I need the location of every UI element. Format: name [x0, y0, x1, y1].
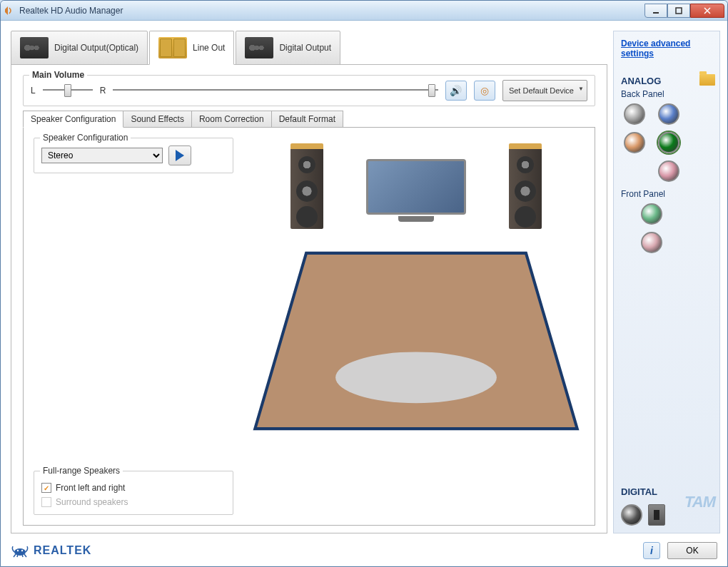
- back-panel-label: Back Panel: [621, 89, 712, 99]
- front-lr-checkbox[interactable]: [41, 483, 51, 493]
- maximize-button[interactable]: [667, 4, 690, 18]
- surround-checkbox-row: Surround speakers: [41, 497, 226, 507]
- tab-label: Digital Output(Optical): [54, 43, 138, 53]
- back-panel-jacks: [621, 103, 712, 182]
- analog-header: ANALOG: [621, 76, 712, 86]
- jack-grey[interactable]: [624, 103, 645, 125]
- titlebar[interactable]: Realtek HD Audio Manager: [1, 1, 727, 21]
- speakers-icon: [158, 37, 187, 58]
- info-button[interactable]: i: [643, 542, 660, 559]
- folder-icon[interactable]: [699, 74, 715, 86]
- svg-rect-1: [676, 8, 682, 14]
- volume-slider[interactable]: [113, 84, 438, 97]
- minimize-button[interactable]: [644, 4, 667, 18]
- balance-right-label: R: [100, 86, 106, 96]
- window-title: Realtek HD Audio Manager: [19, 6, 644, 16]
- front-panel-jacks: [621, 203, 712, 253]
- front-panel-label: Front Panel: [621, 189, 712, 199]
- output-tabs: Digital Output(Optical) Line Out Digital…: [11, 31, 607, 65]
- digital-jacks: [621, 504, 712, 526]
- jack-green[interactable]: [658, 132, 679, 153]
- config-tabs: Speaker Configuration Sound Effects Room…: [23, 111, 595, 128]
- digital-header: DIGITAL: [621, 486, 712, 497]
- front-jack-pink[interactable]: [641, 232, 662, 253]
- globe-icon: ◎: [480, 85, 489, 96]
- crab-icon: [11, 543, 29, 558]
- jack-blue[interactable]: [658, 103, 679, 125]
- front-lr-label: Front left and right: [56, 483, 125, 493]
- content-area: Digital Output(Optical) Line Out Digital…: [1, 21, 727, 538]
- footer: REALTEK i OK: [1, 538, 727, 566]
- main-volume-title: Main Volume: [29, 70, 87, 80]
- speaker-sound-icon: 🔊: [450, 85, 462, 96]
- svg-rect-0: [653, 12, 659, 14]
- virtual-surround-button[interactable]: ◎: [474, 81, 495, 101]
- jack-pink[interactable]: [658, 160, 679, 182]
- speaker-config-select[interactable]: Stereo: [41, 148, 163, 163]
- surround-checkbox: [41, 497, 51, 507]
- app-icon: [4, 5, 15, 16]
- set-default-device-button[interactable]: Set Default Device: [502, 80, 587, 101]
- speaker-config-panel: Speaker Configuration Stereo: [23, 127, 595, 526]
- ok-button[interactable]: OK: [667, 542, 717, 559]
- amplifier-icon: [20, 37, 49, 58]
- svg-point-6: [21, 550, 23, 551]
- device-advanced-settings-link[interactable]: Device advanced settings: [621, 39, 712, 58]
- info-icon: i: [650, 545, 653, 556]
- tab-default-format[interactable]: Default Format: [271, 111, 343, 128]
- jack-orange[interactable]: [624, 132, 645, 153]
- tab-label: Line Out: [193, 43, 225, 53]
- tab-speaker-configuration[interactable]: Speaker Configuration: [23, 111, 123, 128]
- config-row: Stereo: [41, 145, 226, 165]
- balance-slider[interactable]: [43, 84, 93, 97]
- tab-digital-output[interactable]: Digital Output: [236, 31, 340, 65]
- main-volume-group: Main Volume L R 🔊 ◎ Set Default Device: [23, 75, 595, 106]
- svg-point-3: [335, 352, 497, 403]
- speaker-config-group: Speaker Configuration Stereo: [34, 138, 233, 173]
- speaker-visualization: [248, 138, 585, 515]
- test-speakers-button[interactable]: [168, 145, 191, 165]
- volume-row: L R 🔊 ◎ Set Default Device: [31, 80, 587, 101]
- slider-thumb[interactable]: [64, 84, 71, 97]
- tab-room-correction[interactable]: Room Correction: [191, 111, 272, 128]
- window-controls: [644, 4, 724, 18]
- optical-jack[interactable]: [648, 504, 665, 526]
- tab-line-out[interactable]: Line Out: [149, 31, 234, 65]
- tv-icon: [366, 159, 466, 223]
- connector-panel: Device advanced settings ANALOG Back Pan…: [613, 31, 720, 533]
- tab-digital-output-optical[interactable]: Digital Output(Optical): [11, 31, 148, 65]
- full-range-title: Full-range Speakers: [40, 466, 123, 476]
- config-column: Speaker Configuration Stereo: [34, 138, 233, 515]
- full-range-group: Full-range Speakers Front left and right…: [34, 471, 233, 515]
- app-window: Realtek HD Audio Manager Digital Output(…: [0, 0, 728, 567]
- front-lr-checkbox-row: Front left and right: [41, 483, 226, 493]
- close-button[interactable]: [690, 4, 724, 18]
- slider-thumb[interactable]: [428, 84, 435, 97]
- left-speaker-icon[interactable]: [290, 143, 323, 229]
- right-speaker-icon[interactable]: [509, 143, 542, 229]
- brand-text: REALTEK: [34, 544, 91, 557]
- spdif-jack[interactable]: [621, 504, 642, 526]
- main-area: Digital Output(Optical) Line Out Digital…: [11, 31, 607, 533]
- speaker-config-title: Speaker Configuration: [40, 133, 131, 143]
- mute-button[interactable]: 🔊: [445, 81, 467, 101]
- tab-sound-effects[interactable]: Sound Effects: [123, 111, 192, 128]
- realtek-logo: REALTEK: [11, 543, 91, 558]
- front-jack-green[interactable]: [641, 203, 662, 225]
- output-panel: Main Volume L R 🔊 ◎ Set Default Device: [11, 64, 607, 533]
- tab-label: Digital Output: [279, 43, 331, 53]
- balance-left-label: L: [31, 86, 36, 96]
- play-icon: [176, 150, 184, 161]
- surround-label: Surround speakers: [56, 497, 128, 507]
- amplifier-icon: [245, 37, 273, 58]
- svg-point-5: [17, 550, 19, 551]
